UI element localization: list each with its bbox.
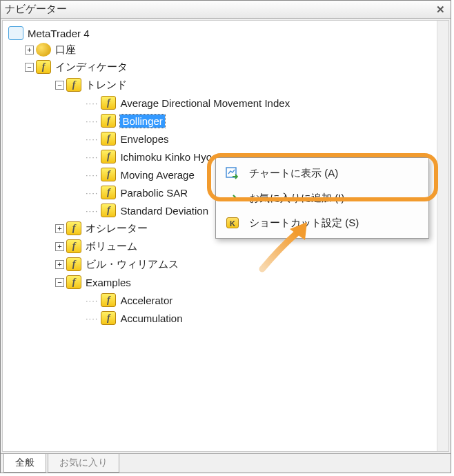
volume-label: ボリューム <box>86 240 137 253</box>
menu-attach-to-chart[interactable]: チャートに表示 (A) <box>217 161 427 186</box>
tree-connector: ···· <box>86 313 98 324</box>
tree-volume[interactable]: + f ボリューム <box>6 237 446 255</box>
item-label: Accelerator <box>120 295 172 306</box>
chart-attach-icon <box>224 166 241 180</box>
tree-item-bollinger[interactable]: ···· f Bollinger <box>6 112 446 130</box>
menu-label: ショートカット設定 (S) <box>249 217 359 230</box>
item-label-selected: Bollinger <box>120 115 164 128</box>
fx-icon: f <box>101 311 116 325</box>
fx-icon: f <box>101 150 116 163</box>
fx-icon: f <box>101 114 116 128</box>
collapse-icon[interactable]: − <box>55 81 64 90</box>
menu-add-favorite[interactable]: お気に入りに追加 (I) <box>217 186 427 210</box>
tree-connector: ···· <box>86 134 98 144</box>
tree-connector: ···· <box>86 295 98 306</box>
fx-icon: f <box>101 168 116 181</box>
tab-favorites[interactable]: お気に入り <box>48 454 119 473</box>
fx-icon: f <box>66 221 81 235</box>
expand-icon[interactable]: + <box>55 224 64 233</box>
tree-item-adx[interactable]: ···· f Average Directional Movement Inde… <box>6 94 446 112</box>
favorite-add-icon <box>224 191 241 205</box>
tree-root[interactable]: MetaTrader 4 <box>6 25 446 41</box>
window-title: ナビゲーター <box>5 3 67 16</box>
accounts-icon <box>36 43 51 57</box>
fx-icon: f <box>66 239 81 253</box>
fx-icon: f <box>66 275 81 289</box>
fx-icon: f <box>66 257 81 271</box>
tree-item-envelopes[interactable]: ···· f Envelopes <box>6 130 446 148</box>
metatrader-icon <box>8 26 23 40</box>
indicators-label: インディケータ <box>55 61 128 74</box>
examples-label: Examples <box>86 277 131 288</box>
titlebar: ナビゲーター ✕ <box>1 1 451 19</box>
tree-examples[interactable]: − f Examples <box>6 273 446 291</box>
expand-icon[interactable]: + <box>55 242 64 251</box>
tree-connector: ···· <box>86 170 98 180</box>
tree-connector: ···· <box>86 152 98 162</box>
billwilliams-label: ビル・ウィリアムス <box>86 258 179 271</box>
root-label: MetaTrader 4 <box>28 28 89 39</box>
tree-item-accumulation[interactable]: ···· f Accumulation <box>6 309 446 327</box>
item-label: Accumulation <box>120 313 182 324</box>
item-label: Average Directional Movement Index <box>120 97 290 109</box>
tree-item-accelerator[interactable]: ···· f Accelerator <box>6 291 446 309</box>
tree-bill-williams[interactable]: + f ビル・ウィリアムス <box>6 255 446 273</box>
item-label: Standard Deviation <box>120 205 208 217</box>
collapse-icon[interactable]: − <box>25 63 34 72</box>
menu-label: お気に入りに追加 (I) <box>249 192 344 205</box>
expand-icon[interactable]: + <box>55 260 64 269</box>
item-label: Envelopes <box>120 133 168 145</box>
fx-icon: f <box>66 78 81 92</box>
tree-connector: ···· <box>86 116 98 126</box>
tree-connector: ···· <box>86 98 98 108</box>
context-menu: チャートに表示 (A) お気に入りに追加 (I) K ショートカット設定 (S) <box>215 157 429 239</box>
fx-icon: f <box>36 60 51 74</box>
accounts-label: 口座 <box>55 43 76 57</box>
tree-connector: ···· <box>86 206 98 216</box>
item-label: Moving Average <box>120 169 194 181</box>
item-label: Ichimoku Kinko Hyo <box>120 151 212 163</box>
tree-indicators[interactable]: − f インディケータ <box>6 58 446 76</box>
fx-icon: f <box>101 293 116 307</box>
tree-accounts[interactable]: + 口座 <box>6 41 446 58</box>
svg-rect-0 <box>226 168 236 177</box>
fx-icon: f <box>101 132 116 146</box>
item-label: Parabolic SAR <box>120 187 188 199</box>
fx-icon: f <box>101 186 116 199</box>
collapse-icon[interactable]: − <box>55 278 64 287</box>
tree-connector: ···· <box>86 188 98 198</box>
shortcut-key-icon: K <box>224 216 241 230</box>
tab-bar: 全般 お気に入り <box>1 453 451 473</box>
menu-set-hotkey[interactable]: K ショートカット設定 (S) <box>217 210 427 235</box>
tab-general[interactable]: 全般 <box>3 454 46 473</box>
tree-trend[interactable]: − f トレンド <box>6 76 446 94</box>
oscillators-label: オシレーター <box>86 222 148 235</box>
close-button[interactable]: ✕ <box>434 3 446 16</box>
trend-label: トレンド <box>86 79 127 92</box>
fx-icon: f <box>101 96 116 110</box>
fx-icon: f <box>101 204 116 217</box>
expand-icon[interactable]: + <box>25 46 34 54</box>
vertical-scrollbar[interactable] <box>437 21 448 451</box>
menu-label: チャートに表示 (A) <box>249 167 338 180</box>
